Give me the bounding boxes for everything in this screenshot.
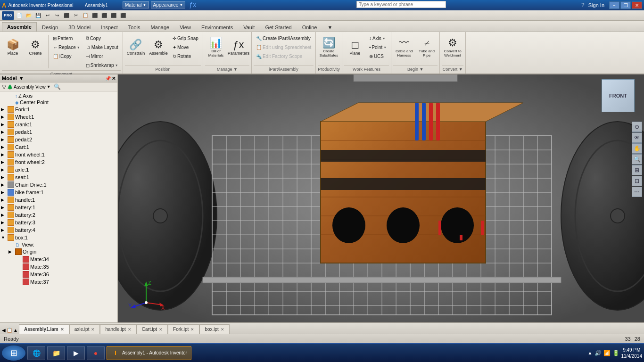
- shrinkwrap-button[interactable]: ◻ Shrinkwrap ▼: [83, 61, 121, 69]
- tree-item-pedal2[interactable]: ▶ pedal:2: [0, 136, 117, 143]
- tab-list-icon[interactable]: 📋: [7, 328, 12, 333]
- tree-item-box-origin[interactable]: ▶ Origin: [0, 248, 117, 255]
- ucs-button[interactable]: ⊕ UCS: [367, 52, 389, 60]
- tab-tools[interactable]: Tools: [123, 23, 146, 32]
- tab-box-close[interactable]: ✕: [221, 327, 224, 332]
- create-button[interactable]: ⚙ Create: [25, 34, 46, 61]
- tab-fork-close[interactable]: ✕: [190, 327, 194, 332]
- tab-environments[interactable]: Environments: [196, 23, 238, 32]
- tab-online[interactable]: Online: [297, 23, 322, 32]
- tree-item-z-axis[interactable]: ↕ Z Axis: [0, 92, 117, 99]
- tree-item-handle[interactable]: ▶ handle:1: [0, 196, 117, 204]
- tray-expand-icon[interactable]: ▲: [588, 350, 593, 355]
- mirror-button[interactable]: ⊣ Mirror: [83, 52, 121, 60]
- nav-zoom-btn[interactable]: 🔍: [632, 154, 642, 165]
- parameters-button[interactable]: ƒx Parameters: [228, 34, 249, 61]
- nav-pan-btn[interactable]: ✋: [632, 143, 642, 154]
- cable-harness-button[interactable]: 〰 Cable and Harness: [393, 34, 415, 61]
- viewcube-front-face[interactable]: FRONT: [602, 79, 635, 112]
- tube-pipe-button[interactable]: ⌿ Tube and Pipe: [416, 34, 438, 61]
- nav-orbit-btn[interactable]: ⊙: [632, 122, 642, 132]
- qa-b1[interactable]: ⬛: [91, 11, 99, 20]
- tab-cart[interactable]: Cart.ipt ✕: [137, 324, 168, 334]
- help-icon[interactable]: ?: [581, 2, 585, 8]
- taskbar-folder[interactable]: 📁: [47, 346, 65, 360]
- copy-button[interactable]: ⧉ Copy: [83, 34, 121, 42]
- tab-assemble[interactable]: Assemble: [2, 22, 37, 32]
- tree-item-crank[interactable]: ▶ crank:1: [0, 121, 117, 128]
- model-panel-dropdown-arrow[interactable]: ▼: [19, 75, 24, 81]
- tab-assembly1[interactable]: Assembly1.iam ✕: [19, 324, 69, 334]
- material-dropdown[interactable]: Material ▼: [123, 1, 149, 8]
- tab-handle[interactable]: handle.ipt ✕: [100, 324, 136, 334]
- tab-prev-icon[interactable]: ◀: [2, 328, 6, 333]
- restore-button[interactable]: ❐: [620, 1, 631, 9]
- assembly-view-dropdown[interactable]: Assembly View: [14, 84, 46, 90]
- tab-more[interactable]: ▼: [322, 23, 338, 32]
- tree-item-seat[interactable]: ▶ seat:1: [0, 173, 117, 181]
- tab-manage[interactable]: Manage: [145, 23, 174, 32]
- tab-axle-close[interactable]: ✕: [91, 327, 95, 332]
- tab-fork[interactable]: Fork.ipt ✕: [168, 324, 199, 334]
- tab-design[interactable]: Design: [37, 23, 63, 32]
- qa-new[interactable]: 📄: [15, 11, 24, 20]
- taskbar-chrome[interactable]: ●: [87, 346, 105, 360]
- point-button[interactable]: • Point ▼: [367, 43, 389, 51]
- tree-item-front-wheel2[interactable]: ▶ front wheel:2: [0, 158, 117, 166]
- tree-item-battery3[interactable]: ▶ battery:3: [0, 219, 117, 226]
- tree-item-pedal1[interactable]: ▶ pedal:1: [0, 128, 117, 136]
- create-ipart-button[interactable]: 🔧 Create iPart/iAssembly: [254, 34, 314, 42]
- rotate-button[interactable]: ↻ Rotate: [170, 52, 201, 60]
- qa-redo[interactable]: ↪: [53, 11, 61, 20]
- tree-item-battery1[interactable]: ▶ battery:1: [0, 204, 117, 211]
- qa-copy2[interactable]: 📋: [81, 11, 90, 20]
- qa-select[interactable]: ⬛: [62, 11, 71, 20]
- viewport[interactable]: FRONT ⊙ 👁 ✋ 🔍 ⊞ ⊡ ⋯ Z X: [118, 74, 644, 322]
- manage-dropdown-label[interactable]: Manage ▼: [205, 66, 249, 73]
- tree-item-mate37[interactable]: Mate:37: [0, 278, 117, 286]
- tab-assembly1-close[interactable]: ✕: [60, 327, 64, 332]
- bom-button[interactable]: 📊 Bill of Materials: [205, 34, 227, 61]
- create-substitutes-button[interactable]: 🔄 Create Substitutes: [318, 34, 339, 61]
- pattern-button[interactable]: ⊞ Pattern: [50, 34, 83, 42]
- grip-snap-button[interactable]: ✛ Grip Snap: [170, 34, 201, 42]
- tree-item-wheel[interactable]: ▶ Wheel:1: [0, 113, 117, 121]
- qa-undo[interactable]: ↩: [43, 11, 52, 20]
- tab-3d-model[interactable]: 3D Model: [63, 23, 96, 32]
- tab-cart-close[interactable]: ✕: [159, 327, 163, 332]
- tab-get-started[interactable]: Get Started: [260, 23, 297, 32]
- taskbar-inventor[interactable]: I Assembly1 - Autodesk Inventor: [107, 346, 191, 360]
- tree-item-center-point[interactable]: ◆ Center Point: [0, 99, 117, 106]
- constrain-button[interactable]: 🔗 Constrain: [125, 34, 147, 61]
- tab-axle[interactable]: axle.ipt ✕: [69, 324, 100, 334]
- assembly-view-arrow[interactable]: ▼: [47, 84, 51, 89]
- tray-volume-icon[interactable]: 🔊: [594, 350, 602, 356]
- tree-item-mate35[interactable]: Mate:35: [0, 263, 117, 271]
- tree-item-cart[interactable]: ▶ Cart:1: [0, 143, 117, 151]
- tree-item-front-wheel1[interactable]: ▶ front wheel:1: [0, 151, 117, 158]
- filter-icon[interactable]: ▽: [2, 83, 6, 90]
- taskbar-media[interactable]: ▶: [67, 346, 85, 360]
- convert-to-weldment-button[interactable]: ⚙ Convert to Weldment: [442, 34, 463, 61]
- tab-handle-close[interactable]: ✕: [128, 327, 132, 332]
- plane-button[interactable]: ◻ Plane: [344, 34, 366, 61]
- nav-zoom-all-btn[interactable]: ⊡: [632, 176, 642, 186]
- tree-item-battery4[interactable]: ▶ battery:4: [0, 226, 117, 234]
- tree-item-mate34[interactable]: Mate:34: [0, 255, 117, 263]
- qa-save[interactable]: 💾: [34, 11, 42, 20]
- panel-pin-icon[interactable]: 📌: [105, 76, 111, 81]
- tree-item-bike-frame[interactable]: ▶ bike frame:1: [0, 189, 117, 196]
- tray-network-icon[interactable]: 📶: [603, 350, 611, 356]
- axis-button[interactable]: ↕ Axis ▼: [367, 34, 389, 42]
- nav-look-btn[interactable]: 👁: [632, 132, 642, 143]
- tab-arrow-icon[interactable]: ▲: [13, 328, 18, 333]
- tree-item-fork[interactable]: ▶ Fork:1: [0, 106, 117, 113]
- nav-more-btn[interactable]: ⋯: [632, 187, 642, 197]
- qa-cut[interactable]: ✂: [72, 11, 80, 20]
- tree-item-chain-drive[interactable]: ▶ Chain Drive:1: [0, 181, 117, 189]
- place-button[interactable]: 📦 Place: [2, 34, 24, 61]
- search-bar[interactable]: [356, 1, 446, 8]
- make-layout-button[interactable]: 🗋 Make Layout: [83, 43, 121, 51]
- appearance-dropdown[interactable]: Appearance ▼: [151, 1, 186, 8]
- qa-b3[interactable]: ⬛: [109, 11, 118, 20]
